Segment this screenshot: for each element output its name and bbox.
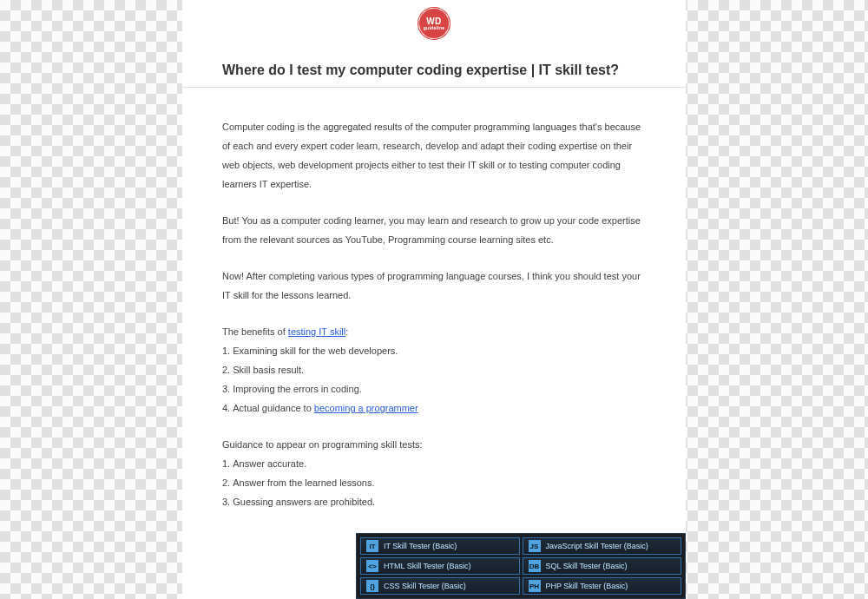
becoming-programmer-link[interactable]: becoming a programmer	[314, 403, 418, 413]
php-skill-label: PHP Skill Tester (Basic)	[546, 582, 628, 590]
benefits-list: Examining skill for the web developers. …	[222, 341, 646, 418]
page-title: Where do I test my computer coding exper…	[182, 63, 686, 88]
benefits-item-1: Examining skill for the web developers.	[222, 341, 646, 360]
css-skill-tester-button[interactable]: {} CSS Skill Tester (Basic)	[360, 577, 520, 595]
html-icon: <>	[366, 560, 378, 572]
it-skill-tester-button[interactable]: IT IT Skill Tester (Basic)	[360, 537, 520, 555]
benefits-intro-prefix: The benefits of	[222, 326, 288, 337]
it-icon: IT	[366, 540, 378, 552]
logo-wrap: WD guideline	[182, 7, 686, 63]
benefits-item-2: Skill basis result.	[222, 360, 646, 379]
sql-icon: DB	[529, 560, 541, 572]
javascript-skill-tester-button[interactable]: JS JavaScript Skill Tester (Basic)	[523, 537, 682, 555]
css-skill-label: CSS Skill Tester (Basic)	[384, 582, 466, 590]
paragraph-3: Now! After completing various types of p…	[222, 267, 646, 305]
guidance-item-2: Answer from the learned lessons.	[222, 473, 646, 492]
guidance-intro: Guidance to appear on programming skill …	[222, 435, 646, 454]
sql-skill-label: SQL Skill Tester (Basic)	[546, 562, 628, 570]
html-skill-tester-button[interactable]: <> HTML Skill Tester (Basic)	[360, 557, 520, 575]
benefits-item-3: Improving the errors in coding.	[222, 379, 646, 398]
css-icon: {}	[366, 580, 378, 592]
logo-line-1: WD	[426, 17, 442, 26]
guidance-list: Answer accurate. Answer from the learned…	[222, 454, 646, 511]
benefits-item-4-prefix: Actual guidance to	[233, 403, 314, 413]
article-body: Computer coding is the aggregated result…	[182, 117, 686, 511]
guidance-item-1: Answer accurate.	[222, 454, 646, 473]
php-icon: PH	[529, 580, 541, 592]
benefits-intro-suffix: :	[345, 326, 348, 337]
paragraph-1: Computer coding is the aggregated result…	[222, 117, 646, 194]
benefits-item-4: Actual guidance to becoming a programmer	[222, 398, 646, 418]
guidance-item-3: Guessing answers are prohibited.	[222, 492, 646, 511]
javascript-skill-label: JavaScript Skill Tester (Basic)	[546, 542, 648, 550]
benefits-intro: The benefits of testing IT skill:	[222, 322, 646, 341]
logo-line-2: guideline	[424, 26, 445, 30]
site-logo: WD guideline	[419, 9, 449, 38]
testing-it-skill-link[interactable]: testing IT skill	[288, 326, 345, 337]
paragraph-2: But! You as a computer coding learner, y…	[222, 211, 646, 249]
sql-skill-tester-button[interactable]: DB SQL Skill Tester (Basic)	[523, 557, 682, 575]
skill-tester-panel: IT IT Skill Tester (Basic) JS JavaScript…	[356, 533, 686, 599]
document-page: WD guideline Where do I test my computer…	[182, 0, 686, 599]
html-skill-label: HTML Skill Tester (Basic)	[384, 562, 471, 570]
javascript-icon: JS	[529, 540, 541, 552]
it-skill-label: IT Skill Tester (Basic)	[384, 542, 457, 550]
php-skill-tester-button[interactable]: PH PHP Skill Tester (Basic)	[523, 577, 682, 595]
